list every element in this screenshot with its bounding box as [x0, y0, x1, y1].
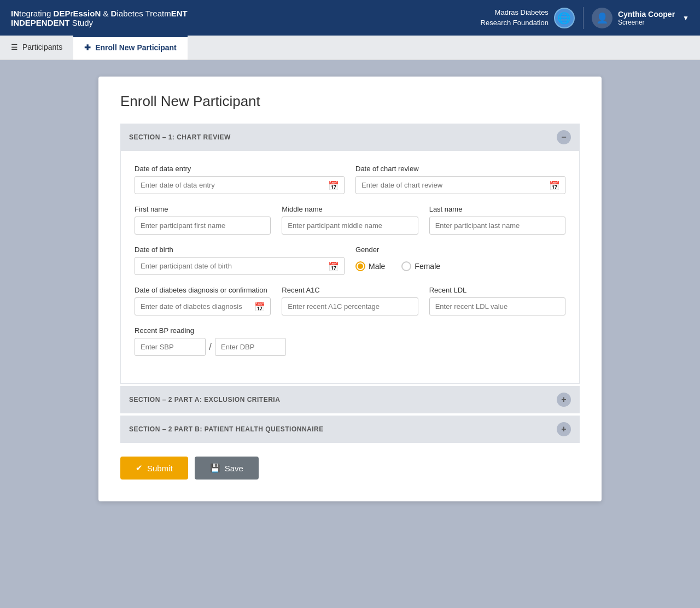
row-diabetes-labs: Date of diabetes diagnosis or confirmati…: [135, 286, 565, 315]
section2b-expand-button[interactable]: +: [557, 422, 571, 436]
group-ldl: Recent LDL: [429, 286, 565, 315]
org-name-line1: Madras Diabetes: [481, 8, 549, 17]
chart-review-date-input[interactable]: [355, 176, 565, 194]
chart-review-date-label: Date of chart review: [355, 165, 565, 173]
gender-male-option[interactable]: Male: [355, 261, 385, 271]
user-menu[interactable]: 👤 Cynthia Cooper Screener ▼: [592, 8, 689, 28]
last-name-label: Last name: [429, 205, 565, 213]
app-header: INtegrating DEPrEssioN & Diabetes Treatm…: [0, 0, 700, 36]
section1-header[interactable]: SECTION – 1: CHART REVIEW −: [120, 124, 580, 151]
group-a1c: Recent A1C: [282, 286, 418, 315]
dob-wrapper: 📅: [135, 257, 345, 275]
user-name: Cynthia Cooper: [618, 10, 675, 19]
title-line1: INtegrating DEPrEssioN & Diabetes Treatm…: [11, 9, 188, 18]
page-title: Enroll New Participant: [120, 93, 580, 110]
group-bp: Recent BP reading /: [135, 326, 565, 356]
nav-enroll-label: Enroll New Participant: [95, 43, 177, 52]
gender-radio-group: Male Female: [355, 257, 565, 271]
section1: SECTION – 1: CHART REVIEW − Date of data…: [120, 124, 580, 384]
gender-male-label: Male: [369, 262, 385, 271]
data-entry-date-label: Date of data entry: [135, 165, 345, 173]
dbp-input[interactable]: [215, 338, 286, 356]
gender-female-label: Female: [415, 262, 440, 271]
data-entry-date-wrapper: 📅: [135, 176, 345, 194]
submit-label: Submit: [147, 464, 173, 473]
a1c-input[interactable]: [282, 297, 418, 315]
group-chart-review-date: Date of chart review 📅: [355, 165, 565, 194]
save-label: Save: [225, 464, 243, 473]
check-icon: ✔: [136, 463, 143, 473]
app-title: INtegrating DEPrEssioN & Diabetes Treatm…: [11, 9, 188, 27]
diabetes-date-label: Date of diabetes diagnosis or confirmati…: [135, 286, 271, 294]
ldl-input[interactable]: [429, 297, 565, 315]
save-icon: 💾: [210, 463, 220, 473]
header-right: Madras Diabetes Research Foundation 🌐 👤 …: [481, 7, 689, 29]
middle-name-label: Middle name: [282, 205, 418, 213]
sbp-input[interactable]: [135, 338, 206, 356]
first-name-input[interactable]: [135, 217, 271, 235]
section2a-header[interactable]: SECTION – 2 PART A: EXCLUSION CRITERIA +: [120, 386, 580, 413]
dob-input[interactable]: [135, 257, 345, 275]
section2a: SECTION – 2 PART A: EXCLUSION CRITERIA +: [120, 386, 580, 413]
row-dates: Date of data entry 📅 Date of chart revie…: [135, 165, 565, 194]
gender-label: Gender: [355, 245, 565, 254]
title-line2: INDEPENDENT Study: [11, 18, 188, 27]
section1-body: Date of data entry 📅 Date of chart revie…: [120, 151, 580, 384]
radio-female-indicator: [401, 261, 411, 271]
form-card: Enroll New Participant SECTION – 1: CHAR…: [98, 77, 602, 501]
diabetes-date-wrapper: 📅: [135, 297, 271, 315]
nav-bar: ☰ Participants ✚ Enroll New Participant: [0, 36, 700, 60]
section2b-header[interactable]: SECTION – 2 PART B: PATIENT HEALTH QUEST…: [120, 416, 580, 443]
row-bp: Recent BP reading /: [135, 326, 565, 356]
submit-button[interactable]: ✔ Submit: [120, 457, 188, 480]
user-avatar-icon: 👤: [592, 8, 612, 28]
group-first-name: First name: [135, 205, 271, 235]
plus-icon: ✚: [84, 43, 91, 52]
chart-review-date-wrapper: 📅: [355, 176, 565, 194]
bp-inputs: /: [135, 338, 565, 356]
nav-participants-label: Participants: [22, 43, 62, 51]
dob-label: Date of birth: [135, 245, 345, 254]
nav-participants[interactable]: ☰ Participants: [0, 36, 73, 60]
middle-name-input[interactable]: [282, 217, 418, 235]
chevron-down-icon: ▼: [682, 14, 689, 22]
section2b-title: SECTION – 2 PART B: PATIENT HEALTH QUEST…: [129, 425, 324, 433]
page-container: Enroll New Participant SECTION – 1: CHAR…: [0, 60, 700, 518]
org-name-line2: Research Foundation: [481, 18, 549, 28]
data-entry-date-input[interactable]: [135, 176, 345, 194]
row-dob-gender: Date of birth 📅 Gender Male: [135, 245, 565, 275]
ldl-label: Recent LDL: [429, 286, 565, 294]
bp-label: Recent BP reading: [135, 326, 565, 335]
group-gender: Gender Male Female: [355, 245, 565, 275]
a1c-label: Recent A1C: [282, 286, 418, 294]
last-name-input[interactable]: [429, 217, 565, 235]
group-last-name: Last name: [429, 205, 565, 235]
header-divider: [583, 7, 584, 29]
section2a-title: SECTION – 2 PART A: EXCLUSION CRITERIA: [129, 396, 280, 404]
gender-female-option[interactable]: Female: [401, 261, 440, 271]
bp-slash: /: [209, 341, 212, 353]
section2b: SECTION – 2 PART B: PATIENT HEALTH QUEST…: [120, 416, 580, 443]
hamburger-icon: ☰: [11, 43, 18, 51]
nav-enroll-participant[interactable]: ✚ Enroll New Participant: [73, 36, 188, 60]
user-role: Screener: [618, 19, 675, 26]
first-name-label: First name: [135, 205, 271, 213]
org-globe-icon: 🌐: [554, 8, 575, 28]
group-middle-name: Middle name: [282, 205, 418, 235]
section1-collapse-button[interactable]: −: [557, 130, 571, 144]
org-info: Madras Diabetes Research Foundation 🌐: [481, 8, 575, 28]
section2a-expand-button[interactable]: +: [557, 393, 571, 407]
group-diabetes-date: Date of diabetes diagnosis or confirmati…: [135, 286, 271, 315]
row-names: First name Middle name Last name: [135, 205, 565, 235]
form-actions: ✔ Submit 💾 Save: [120, 457, 580, 480]
save-button[interactable]: 💾 Save: [195, 457, 259, 480]
radio-male-indicator: [355, 261, 365, 271]
group-data-entry-date: Date of data entry 📅: [135, 165, 345, 194]
section1-title: SECTION – 1: CHART REVIEW: [129, 133, 231, 141]
group-dob: Date of birth 📅: [135, 245, 345, 275]
diabetes-date-input[interactable]: [135, 297, 271, 315]
